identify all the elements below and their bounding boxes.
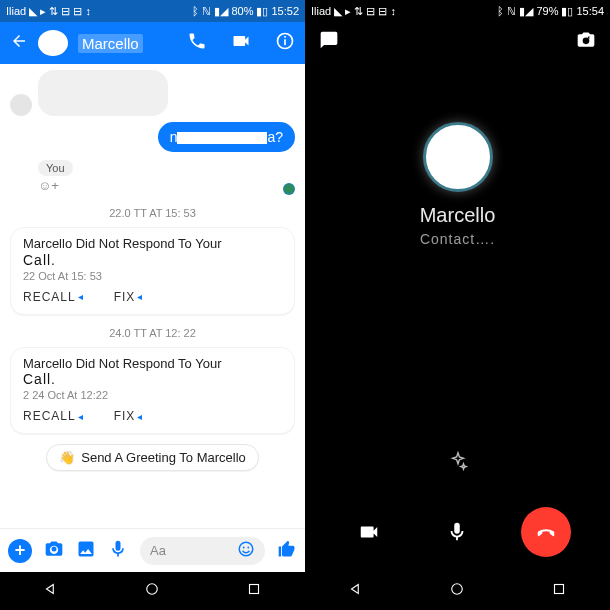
- video-call-icon[interactable]: [231, 31, 251, 55]
- call-text: Marcello Did Not Respond To Your: [23, 236, 282, 252]
- redacted-text: [177, 132, 267, 144]
- like-icon[interactable]: [277, 539, 297, 563]
- outgoing-message[interactable]: na?: [10, 122, 295, 152]
- clock: 15:52: [271, 5, 299, 17]
- camera-icon[interactable]: [44, 539, 64, 563]
- call-contact-name: Marcello: [420, 204, 496, 227]
- mic-icon[interactable]: [108, 539, 128, 563]
- carrier-label: Iliad: [6, 6, 26, 17]
- call-avatar: [423, 122, 493, 192]
- add-button[interactable]: +: [8, 539, 32, 563]
- svg-rect-2: [284, 36, 286, 38]
- nav-recent-icon[interactable]: [550, 580, 568, 602]
- status-bar: Iliad ◣ ▸ ⇅ ⊟ ⊟ ↕ ᛒ ℕ ▮◢ 79% ▮▯ 15:54: [305, 0, 610, 22]
- seen-indicator: [283, 183, 295, 195]
- clock: 15:54: [576, 5, 604, 17]
- call-status-text: Contact….: [420, 231, 495, 247]
- sender-avatar: [10, 94, 32, 116]
- wave-icon: 👋: [59, 450, 75, 465]
- call-text: Marcello Did Not Respond To Your: [23, 356, 282, 372]
- nav-back-icon[interactable]: [42, 580, 60, 602]
- battery-pct: 79%: [536, 5, 558, 17]
- battery-icon: ▮▯: [561, 5, 573, 18]
- messenger-chat-screen: Iliad ◣ ▸ ⇅ ⊟ ⊟ ↕ ᛒ ℕ ▮◢ 80% ▮▯ 15:52 Ma…: [0, 0, 305, 610]
- end-call-button[interactable]: [521, 507, 571, 557]
- mute-icon[interactable]: [432, 507, 482, 557]
- voice-call-icon[interactable]: [187, 31, 207, 55]
- reaction-you-label: You: [38, 160, 73, 176]
- timestamp: 22.0 TT AT 15: 53: [10, 207, 295, 219]
- svg-rect-7: [250, 585, 259, 594]
- missed-call-card[interactable]: Marcello Did Not Respond To Your Call. 2…: [10, 227, 295, 315]
- message-bubble[interactable]: [38, 70, 168, 116]
- message-composer: + Aa: [0, 528, 305, 572]
- contact-avatar[interactable]: [38, 30, 68, 56]
- svg-point-5: [247, 546, 249, 548]
- android-navbar: [305, 572, 610, 610]
- call-center: Marcello Contact….: [305, 62, 610, 442]
- back-icon[interactable]: [10, 32, 28, 54]
- bluetooth-icon: ᛒ: [192, 5, 199, 17]
- chat-body: na? You ☺+ 22.0 TT AT 15: 53 Marcello Di…: [0, 64, 305, 528]
- chat-icon[interactable]: [319, 30, 339, 54]
- toggle-video-icon[interactable]: [344, 507, 394, 557]
- carrier-label: Iliad: [311, 6, 331, 17]
- emoji-icon[interactable]: [237, 540, 255, 562]
- battery-pct: 80%: [231, 5, 253, 17]
- signal-icons: ◣ ▸ ⇅ ⊟ ⊟ ↕: [334, 6, 396, 17]
- timestamp: 24.0 TT AT 12: 22: [10, 327, 295, 339]
- signal-icons: ◣ ▸ ⇅ ⊟ ⊟ ↕: [29, 6, 91, 17]
- nfc-icon: ℕ: [507, 5, 516, 18]
- recall-button[interactable]: RECALL◂: [23, 290, 84, 304]
- nav-home-icon[interactable]: [448, 580, 466, 602]
- signal-icon: ▮◢: [214, 5, 228, 18]
- call-controls: [305, 492, 610, 572]
- missed-call-card[interactable]: Marcello Did Not Respond To Your Call. 2…: [10, 347, 295, 435]
- svg-point-6: [147, 584, 158, 595]
- call-time: 2 24 Oct At 12:22: [23, 389, 282, 401]
- contact-name[interactable]: Marcello: [78, 34, 143, 53]
- nav-recent-icon[interactable]: [245, 580, 263, 602]
- fix-button[interactable]: FIX◂: [114, 290, 144, 304]
- bluetooth-icon: ᛒ: [497, 5, 504, 17]
- fix-button[interactable]: FIX◂: [114, 409, 144, 423]
- recall-button[interactable]: RECALL◂: [23, 409, 84, 423]
- nav-back-icon[interactable]: [347, 580, 365, 602]
- calling-screen: Iliad ◣ ▸ ⇅ ⊟ ⊟ ↕ ᛒ ℕ ▮◢ 79% ▮▯ 15:54 Ma…: [305, 0, 610, 610]
- battery-icon: ▮▯: [256, 5, 268, 18]
- message-bubble: na?: [158, 122, 295, 152]
- call-time: 22 Oct At 15: 53: [23, 270, 282, 282]
- call-topbar: [305, 22, 610, 62]
- svg-point-4: [243, 546, 245, 548]
- svg-rect-1: [284, 39, 286, 45]
- flip-camera-icon[interactable]: [576, 30, 596, 54]
- add-reaction-icon[interactable]: ☺+: [38, 178, 59, 193]
- nav-home-icon[interactable]: [143, 580, 161, 602]
- incoming-message: [10, 70, 295, 116]
- svg-point-3: [239, 542, 253, 556]
- svg-rect-9: [555, 585, 564, 594]
- nfc-icon: ℕ: [202, 5, 211, 18]
- chat-header: Marcello: [0, 22, 305, 64]
- send-greeting-button[interactable]: 👋 Send A Greeting To Marcello: [46, 444, 259, 471]
- svg-point-8: [452, 584, 463, 595]
- gallery-icon[interactable]: [76, 539, 96, 563]
- android-navbar: [0, 572, 305, 610]
- status-bar: Iliad ◣ ▸ ⇅ ⊟ ⊟ ↕ ᛒ ℕ ▮◢ 80% ▮▯ 15:52: [0, 0, 305, 22]
- signal-icon: ▮◢: [519, 5, 533, 18]
- message-input[interactable]: Aa: [140, 537, 265, 565]
- info-icon[interactable]: [275, 31, 295, 55]
- effects-icon[interactable]: [438, 442, 478, 482]
